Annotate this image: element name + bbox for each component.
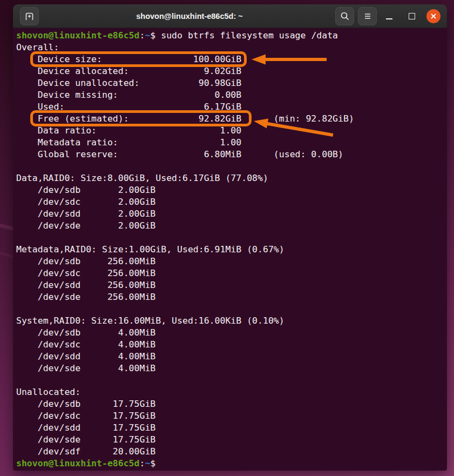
terminal-output-line: System,RAID0: Size:16.00MiB, Used:16.00K… (16, 315, 447, 327)
terminal-output-line: /dev/sdf 20.00GiB (16, 446, 447, 458)
search-icon (340, 11, 350, 21)
terminal-output-line (16, 303, 447, 315)
terminal-output-line: Metadata ratio: 1.00 (16, 137, 447, 149)
close-button[interactable] (426, 9, 441, 23)
terminal-output-line: /dev/sdc 4.00MiB (16, 339, 447, 351)
terminal-output-line: Data,RAID0: Size:8.00GiB, Used:6.17GiB (… (16, 172, 447, 184)
terminal-output-line (16, 374, 447, 386)
terminal-output-line: /dev/sdd 17.75GiB (16, 422, 447, 434)
terminal-output-line: /dev/sdb 4.00MiB (16, 327, 447, 339)
terminal-output-line: /dev/sde 4.00MiB (16, 363, 447, 374)
terminal-output-line: Metadata,RAID0: Size:1.00GiB, Used:6.91M… (16, 244, 447, 256)
maximize-icon (409, 13, 415, 19)
terminal-output-line: Device allocated: 9.02GiB (16, 65, 447, 77)
prompt-dollar: $ (150, 458, 155, 468)
prompt-user-host: shovon@linuxhint-e86c5d (16, 458, 139, 468)
titlebar[interactable]: shovon@linuxhint-e86c5d: ~ (13, 4, 447, 28)
terminal-output-line: /dev/sdc 17.75GiB (16, 410, 447, 422)
prompt-cwd: ~ (145, 30, 150, 41)
new-tab-icon (24, 11, 35, 22)
terminal-output-line: /dev/sdd 4.00MiB (16, 351, 447, 363)
prompt-user-host: shovon@linuxhint-e86c5d (16, 30, 139, 41)
prompt-cwd: ~ (145, 458, 150, 468)
new-tab-button[interactable] (20, 7, 39, 25)
terminal-output-line: /dev/sdb 256.00MiB (16, 256, 447, 267)
minimize-icon (386, 18, 392, 19)
window-title: shovon@linuxhint-e86c5d: ~ (56, 4, 323, 28)
terminal-output-line: Device unallocated: 90.98GiB (16, 77, 447, 89)
search-button[interactable] (335, 7, 354, 25)
terminal-output-line: /dev/sdc 2.00GiB (16, 196, 447, 208)
terminal-prompt-line: shovon@linuxhint-e86c5d:~$ (16, 458, 447, 470)
close-icon (430, 13, 437, 19)
command-text: sudo btrfs filesystem usage /data (155, 30, 338, 41)
terminal-output-line (16, 160, 447, 172)
minimize-button[interactable] (381, 7, 397, 25)
terminal-output-line: /dev/sde 2.00GiB (16, 220, 447, 232)
terminal-output-line: /dev/sdb 17.75GiB (16, 398, 447, 410)
terminal-output-line: Unallocated: (16, 386, 447, 398)
terminal-window: shovon@linuxhint-e86c5d: ~ (13, 4, 447, 471)
window-controls (335, 4, 441, 28)
terminal-output-line: /dev/sdb 2.00GiB (16, 184, 447, 196)
terminal-output-line: Overall: (16, 42, 447, 53)
terminal-output-line: Data ratio: 1.00 (16, 125, 447, 137)
terminal-output-line: /dev/sdd 256.00MiB (16, 279, 447, 291)
prompt-colon: : (139, 30, 145, 41)
maximize-button[interactable] (404, 7, 420, 25)
terminal-output-line: /dev/sde 17.75GiB (16, 434, 447, 446)
prompt-dollar: $ (150, 30, 155, 41)
terminal-output-line: Device size: 100.00GiB (16, 53, 447, 65)
terminal-output-line: Free (estimated): 92.82GiB (min: 92.82Gi… (16, 113, 447, 125)
terminal-content[interactable]: shovon@linuxhint-e86c5d:~$ sudo btrfs fi… (13, 28, 447, 471)
terminal-prompt-line: shovon@linuxhint-e86c5d:~$ sudo btrfs fi… (16, 30, 447, 42)
terminal-output-line: Global reserve: 6.80MiB (used: 0.00B) (16, 149, 447, 160)
terminal-output-line (16, 232, 447, 244)
menu-button[interactable] (358, 7, 377, 25)
terminal-output-line: /dev/sdc 256.00MiB (16, 267, 447, 279)
terminal-output-line: Used: 6.17GiB (16, 101, 447, 113)
hamburger-icon (363, 11, 372, 21)
terminal-output-line: /dev/sdd 2.00GiB (16, 208, 447, 220)
prompt-colon: : (139, 458, 145, 468)
terminal-output-line: /dev/sde 256.00MiB (16, 291, 447, 303)
terminal-output-line: Device missing: 0.00B (16, 89, 447, 101)
